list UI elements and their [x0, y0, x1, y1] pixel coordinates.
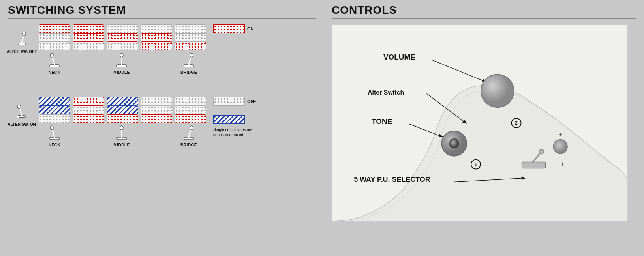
- pickup-off-r3-c2: [73, 42, 104, 50]
- svg-point-8: [120, 53, 123, 57]
- alter-switch-off-icon-group: ALTER SW. OFF: [8, 24, 36, 54]
- svg-rect-15: [17, 116, 19, 119]
- alter-switch-on-icon-group: ALTER SW. ON: [8, 97, 36, 127]
- svg-line-23: [189, 129, 191, 137]
- pickup-off-r3-c4: [141, 42, 172, 50]
- off-legend-group: OFF Single coil pickups are series-conne…: [213, 97, 257, 137]
- svg-text:5 WAY P.U. SELECTOR: 5 WAY P.U. SELECTOR: [354, 176, 430, 183]
- alter-on-group: ALTER SW. ON: [8, 97, 316, 147]
- pickup-on-r3-c4: [141, 114, 172, 123]
- svg-point-42: [553, 140, 567, 154]
- pickup-off-r2-c1: [39, 33, 70, 42]
- bridge-switch-icon-on: [181, 125, 197, 142]
- on-legend-item: ON: [213, 24, 254, 33]
- pickup-on-r3-c5: [175, 114, 206, 123]
- alter-off-switch-svg: [12, 28, 32, 48]
- pickup-off-r2-c2: [73, 33, 104, 42]
- controls-panel: CONTROLS: [324, 0, 644, 256]
- svg-point-14: [17, 105, 21, 109]
- alter-on-row-3: [39, 114, 206, 123]
- alter-on-pickup-grid: NECK MIDDLE: [39, 97, 206, 147]
- switching-content: ALTER SW. OFF: [8, 24, 316, 147]
- bridge-switch-icon: [181, 52, 197, 69]
- pickup-off-r2-c3: [107, 33, 138, 42]
- svg-text:TONE: TONE: [372, 117, 392, 125]
- svg-point-2: [23, 32, 26, 36]
- svg-text:2: 2: [515, 120, 518, 126]
- alter-off-row-2: [39, 33, 206, 42]
- alter-off-row-3: [39, 42, 206, 50]
- neck-label-off: NECK: [49, 70, 60, 75]
- alter-off-positions: NECK MIDDLE: [39, 52, 206, 75]
- switching-system-panel: SWITCHING SYSTEM ALTER SW. OFF: [0, 0, 324, 256]
- pickup-off-r2-c5: [175, 33, 206, 42]
- alter-on-positions: NECK MIDDLE: [39, 125, 206, 147]
- svg-point-11: [190, 53, 193, 57]
- pickup-off-r3-c5: [175, 42, 206, 50]
- pickup-off-r1-c3: [107, 24, 138, 33]
- svg-text:+: +: [560, 160, 564, 168]
- alter-on-label: ALTER SW. ON: [8, 122, 36, 127]
- switching-system-title: SWITCHING SYSTEM: [8, 4, 316, 17]
- svg-point-30: [481, 74, 514, 107]
- svg-point-32: [449, 139, 459, 148]
- neck-switch-icon: [47, 52, 62, 69]
- svg-line-17: [52, 129, 54, 137]
- left-divider: [8, 18, 316, 19]
- middle-label-off: MIDDLE: [113, 70, 130, 75]
- pickup-off-r3-c1: [39, 42, 70, 50]
- svg-line-10: [189, 56, 191, 65]
- blue-legend-item: [213, 115, 257, 124]
- controls-title: CONTROLS: [332, 4, 636, 17]
- pickup-on-r3-c3: [107, 114, 138, 123]
- alter-off-row-1: [39, 24, 206, 33]
- svg-point-5: [50, 53, 53, 57]
- middle-switch-icon-on: [114, 125, 130, 142]
- svg-point-21: [120, 126, 123, 130]
- svg-text:1: 1: [475, 162, 477, 167]
- pickup-off-r1-c1: [39, 24, 70, 33]
- guitar-body-svg: 1 2 + + VOLUME Alter Switch TONE: [332, 25, 627, 221]
- on-legend-label: ON: [247, 26, 254, 31]
- bridge-label-on: BRIDGE: [180, 143, 197, 147]
- middle-pos-off: MIDDLE: [106, 52, 137, 75]
- bridge-label-off: BRIDGE: [180, 70, 197, 75]
- svg-text:VOLUME: VOLUME: [383, 53, 415, 61]
- alter-off-group: ALTER SW. OFF: [8, 24, 316, 75]
- section-divider: [8, 84, 254, 84]
- neck-pos-off: NECK: [39, 52, 70, 75]
- on-legend-group: ON: [213, 24, 254, 33]
- pickup-on-r1-c5: [175, 97, 206, 106]
- svg-point-39: [539, 149, 544, 154]
- neck-switch-icon-on: [47, 125, 62, 142]
- pickup-on-r2-c2: [73, 106, 104, 114]
- svg-text:+: +: [558, 131, 562, 138]
- svg-line-4: [52, 56, 54, 65]
- alter-on-row-1: [39, 97, 206, 106]
- neck-label-on: NECK: [49, 143, 60, 147]
- svg-text:Alter Switch: Alter Switch: [368, 89, 404, 96]
- middle-pos-on: MIDDLE: [106, 125, 137, 147]
- pickup-on-r1-c1: [39, 97, 70, 106]
- alter-on-switch-svg: [12, 101, 32, 121]
- right-divider: [332, 18, 636, 19]
- bridge-pos-off: BRIDGE: [173, 52, 205, 75]
- off-legend-block: [213, 97, 245, 106]
- pickup-off-r1-c2: [73, 24, 104, 33]
- pickup-off-r2-c4: [141, 33, 172, 42]
- pickup-on-r2-c3: [107, 106, 138, 114]
- pickup-on-r1-c3: [107, 97, 138, 106]
- pickup-on-r1-c2: [73, 97, 104, 106]
- off-legend-label: OFF: [247, 99, 256, 104]
- bridge-pos-on: BRIDGE: [173, 125, 205, 147]
- alter-off-pickup-grid: NECK MIDDLE: [39, 24, 206, 75]
- pickup-on-r2-c4: [141, 106, 172, 114]
- alter-on-row-2: [39, 106, 206, 114]
- blue-legend-block: [213, 115, 245, 124]
- svg-point-18: [50, 126, 53, 130]
- pickup-on-r3-c2: [73, 114, 104, 123]
- single-coil-note: Single coil pickups are series-connected…: [213, 127, 257, 137]
- controls-diagram: 1 2 + + VOLUME Alter Switch TONE: [332, 24, 628, 222]
- pickup-on-r2-c5: [175, 106, 206, 114]
- pickup-on-r3-c1: [39, 114, 70, 123]
